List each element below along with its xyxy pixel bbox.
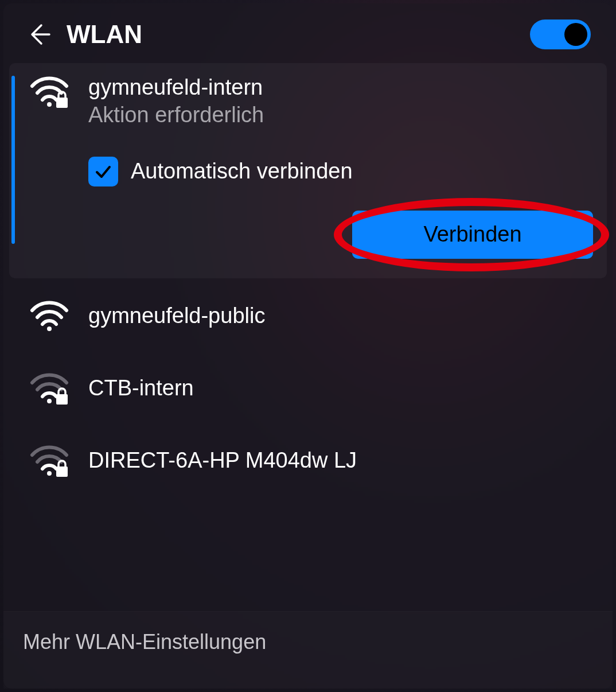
svg-rect-1 (56, 98, 68, 108)
wifi-open-icon (30, 299, 69, 333)
more-wifi-settings-label: Mehr WLAN-Einstellungen (23, 630, 593, 654)
network-status: Aktion erforderlich (88, 101, 593, 129)
svg-rect-6 (56, 466, 68, 477)
wifi-secured-weak-icon (30, 371, 69, 406)
wifi-secured-weak-icon (30, 444, 69, 478)
back-arrow-icon (28, 23, 50, 46)
network-list: gymneufeld-intern Aktion erforderlich Au… (3, 63, 613, 611)
svg-point-3 (47, 399, 52, 403)
network-ssid: gymneufeld-intern (88, 75, 593, 101)
header: WLAN (3, 3, 613, 63)
check-icon (94, 162, 112, 181)
connect-button[interactable]: Verbinden (352, 211, 593, 259)
network-ssid: gymneufeld-public (88, 303, 593, 329)
more-wifi-settings[interactable]: Mehr WLAN-Einstellungen (3, 611, 613, 689)
svg-point-5 (47, 471, 52, 476)
network-ssid: DIRECT-6A-HP M404dw LJ (88, 448, 593, 474)
auto-connect-label: Automatisch verbinden (131, 159, 353, 184)
toggle-knob (564, 23, 587, 46)
wifi-flyout-panel: WLAN gymneufeld-inter (3, 3, 613, 689)
header-title: WLAN (67, 20, 530, 49)
wifi-toggle[interactable] (530, 20, 591, 49)
svg-rect-4 (56, 394, 68, 405)
wifi-secured-icon (30, 75, 69, 109)
auto-connect-checkbox[interactable] (88, 157, 118, 186)
network-item[interactable]: gymneufeld-public (9, 282, 607, 351)
svg-point-2 (47, 326, 52, 331)
network-item[interactable]: DIRECT-6A-HP M404dw LJ (9, 426, 607, 495)
back-button[interactable] (25, 21, 53, 48)
network-item[interactable]: CTB-intern (9, 354, 607, 423)
svg-point-0 (47, 102, 52, 107)
network-item-expanded[interactable]: gymneufeld-intern Aktion erforderlich Au… (9, 63, 607, 278)
network-ssid: CTB-intern (88, 375, 593, 402)
